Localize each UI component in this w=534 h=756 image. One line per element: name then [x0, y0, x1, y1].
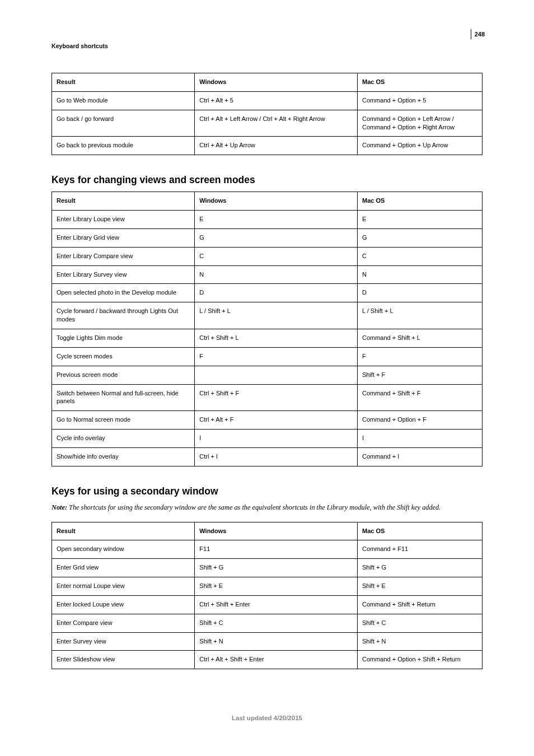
cell-result: Enter Library Loupe view — [52, 211, 195, 229]
table-row: Cycle forward / backward through Lights … — [52, 302, 483, 329]
cell-windows: Ctrl + I — [195, 447, 358, 466]
col-header-macos: Mac OS — [357, 522, 482, 540]
col-header-macos: Mac OS — [357, 192, 482, 211]
table-row: Enter Compare viewShift + CShift + C — [52, 614, 483, 632]
cell-result: Previous screen mode — [52, 366, 195, 384]
cell-result: Switch between Normal and full-screen, h… — [52, 384, 195, 411]
cell-windows: G — [195, 228, 358, 247]
cell-result: Enter locked Loupe view — [52, 595, 195, 614]
table-row: Enter Library Compare viewCC — [52, 247, 483, 265]
table-row: Enter locked Loupe viewCtrl + Shift + En… — [52, 595, 483, 614]
cell-macos: Shift + N — [357, 632, 482, 651]
table-row: Go back to previous module Ctrl + Alt + … — [52, 137, 483, 155]
cell-macos: Command + Shift + Return — [357, 595, 482, 614]
cell-windows: C — [195, 247, 358, 265]
col-header-windows: Windows — [195, 522, 358, 540]
cell-result: Enter Library Grid view — [52, 228, 195, 247]
table-row: Enter Survey viewShift + NShift + N — [52, 632, 483, 651]
cell-macos: C — [357, 247, 482, 265]
col-header-windows: Windows — [195, 73, 358, 92]
table-header-row: Result Windows Mac OS — [52, 522, 483, 540]
table-row: Go to Web module Ctrl + Alt + 5 Command … — [52, 91, 483, 110]
table-row: Enter Library Loupe viewEE — [52, 211, 483, 229]
cell-windows: Shift + C — [195, 614, 358, 632]
cell-windows: Ctrl + Shift + F — [195, 384, 358, 411]
cell-result: Enter Slideshow view — [52, 651, 195, 669]
cell-macos: Command + I — [357, 447, 482, 466]
note-label: Note: — [51, 503, 67, 511]
heading-views: Keys for changing views and screen modes — [51, 174, 483, 186]
cell-windows: Ctrl + Shift + Enter — [195, 595, 358, 614]
cell-result: Cycle forward / backward through Lights … — [52, 302, 195, 329]
cell-result: Enter Grid view — [52, 559, 195, 577]
cell-macos: I — [357, 430, 482, 448]
table-row: Cycle screen modesFF — [52, 347, 483, 366]
cell-macos: Shift + F — [357, 366, 482, 384]
page-number-rule — [471, 29, 471, 39]
table-row: Enter Library Survey viewNN — [52, 265, 483, 284]
table-row: Previous screen modeShift + F — [52, 366, 483, 384]
cell-macos: Command + Shift + F — [357, 384, 482, 411]
table-row: Open selected photo in the Develop modul… — [52, 284, 483, 302]
cell-windows: Ctrl + Alt + Left Arrow / Ctrl + Alt + R… — [195, 110, 358, 137]
col-header-result: Result — [52, 522, 195, 540]
cell-result: Enter Compare view — [52, 614, 195, 632]
cell-windows: Ctrl + Alt + 5 — [195, 91, 358, 110]
cell-result: Cycle screen modes — [52, 347, 195, 366]
heading-secondary: Keys for using a secondary window — [51, 486, 483, 497]
cell-windows: D — [195, 284, 358, 302]
col-header-macos: Mac OS — [357, 73, 482, 92]
cell-macos: Shift + E — [357, 577, 482, 596]
cell-windows: N — [195, 265, 358, 284]
cell-result: Open secondary window — [52, 540, 195, 559]
table-row: Go back / go forward Ctrl + Alt + Left A… — [52, 110, 483, 137]
note-body: The shortcuts for using the secondary wi… — [67, 503, 441, 511]
col-header-result: Result — [52, 192, 195, 211]
cell-result: Enter Library Compare view — [52, 247, 195, 265]
table-row: Go to Normal screen modeCtrl + Alt + FCo… — [52, 411, 483, 430]
cell-macos: F — [357, 347, 482, 366]
cell-macos: Command + Option + 5 — [357, 91, 482, 110]
cell-windows: Ctrl + Shift + L — [195, 329, 358, 347]
table-row: Enter Library Grid viewGG — [52, 228, 483, 247]
cell-windows: F — [195, 347, 358, 366]
cell-result: Go back / go forward — [52, 110, 195, 137]
section-label: Keyboard shortcuts — [51, 43, 483, 49]
table-navigation: Result Windows Mac OS Go to Web module C… — [51, 73, 483, 155]
table-row: Cycle info overlayII — [52, 430, 483, 448]
cell-windows: Shift + E — [195, 577, 358, 596]
table-row: Toggle Lights Dim modeCtrl + Shift + LCo… — [52, 329, 483, 347]
cell-windows: Ctrl + Alt + Shift + Enter — [195, 651, 358, 669]
col-header-windows: Windows — [195, 192, 358, 211]
table-row: Enter normal Loupe viewShift + EShift + … — [52, 577, 483, 596]
cell-windows: Shift + G — [195, 559, 358, 577]
secondary-note: Note: The shortcuts for using the second… — [51, 503, 483, 513]
cell-macos: Command + Shift + L — [357, 329, 482, 347]
cell-macos: Command + Option + Left Arrow / Command … — [357, 110, 482, 137]
cell-windows: L / Shift + L — [195, 302, 358, 329]
table-header-row: Result Windows Mac OS — [52, 192, 483, 211]
cell-result: Enter Survey view — [52, 632, 195, 651]
table-secondary: Result Windows Mac OS Open secondary win… — [51, 522, 483, 670]
cell-windows: Ctrl + Alt + F — [195, 411, 358, 430]
page-number: 248 — [475, 31, 485, 38]
cell-result: Go to Normal screen mode — [52, 411, 195, 430]
cell-macos: L / Shift + L — [357, 302, 482, 329]
table-row: Show/hide info overlayCtrl + ICommand + … — [52, 447, 483, 466]
table-header-row: Result Windows Mac OS — [52, 73, 483, 92]
cell-macos: E — [357, 211, 482, 229]
table-row: Enter Slideshow viewCtrl + Alt + Shift +… — [52, 651, 483, 669]
cell-result: Open selected photo in the Develop modul… — [52, 284, 195, 302]
page-number-wrap: 248 — [471, 29, 485, 39]
cell-windows: E — [195, 211, 358, 229]
cell-windows: F11 — [195, 540, 358, 559]
cell-macos: Command + Option + Up Arrow — [357, 137, 482, 155]
cell-macos: G — [357, 228, 482, 247]
cell-result: Go back to previous module — [52, 137, 195, 155]
table-row: Open secondary windowF11Command + F11 — [52, 540, 483, 559]
page: 248 Keyboard shortcuts Result Windows Ma… — [0, 0, 534, 756]
cell-windows: Ctrl + Alt + Up Arrow — [195, 137, 358, 155]
cell-result: Toggle Lights Dim mode — [52, 329, 195, 347]
table-views: Result Windows Mac OS Enter Library Loup… — [51, 192, 483, 466]
cell-result: Show/hide info overlay — [52, 447, 195, 466]
